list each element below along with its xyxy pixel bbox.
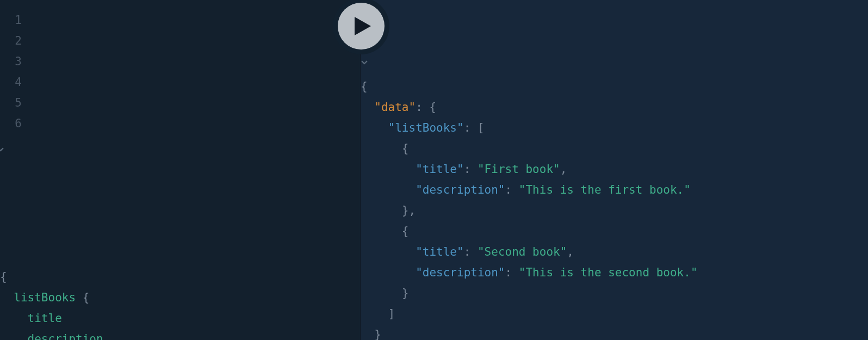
code-line: "data": { xyxy=(361,97,868,118)
code-line: ] xyxy=(361,304,868,324)
line-number: 6 xyxy=(0,113,28,134)
line-number-gutter: 1 2 3 4 5 6 xyxy=(0,5,28,134)
code-line: "description": "This is the first book." xyxy=(361,180,868,200)
code-line: }, xyxy=(361,200,868,221)
response-viewer[interactable]: { "data": { "listBooks": [ { "title": "F… xyxy=(361,72,868,340)
code-line: "description": "This is the second book.… xyxy=(361,262,868,283)
line-number: 1 xyxy=(0,10,28,30)
code-line: description xyxy=(0,329,360,340)
play-icon xyxy=(338,3,385,50)
code-line: listBooks { xyxy=(0,287,360,308)
code-line: title xyxy=(0,308,360,329)
code-line: "listBooks": [ xyxy=(361,118,868,138)
line-number: 2 xyxy=(0,30,28,51)
line-number: 3 xyxy=(0,51,28,72)
run-query-button[interactable] xyxy=(333,0,389,54)
query-editor-pane: 1 2 3 4 5 6 { listBooks { title descript… xyxy=(0,0,360,340)
code-line: } xyxy=(361,324,868,340)
code-line: { xyxy=(361,138,868,159)
graphql-playground: 1 2 3 4 5 6 { listBooks { title descript… xyxy=(0,0,868,340)
line-number: 4 xyxy=(0,72,28,92)
code-line: { xyxy=(0,267,360,287)
code-line: } xyxy=(361,283,868,304)
code-line: { xyxy=(361,221,868,242)
response-pane: { "data": { "listBooks": [ { "title": "F… xyxy=(360,0,868,340)
query-editor[interactable]: { listBooks { title description } } xyxy=(0,262,360,340)
code-line: "title": "Second book", xyxy=(361,242,868,262)
fold-toggle[interactable] xyxy=(0,138,11,159)
fold-toggle[interactable] xyxy=(364,51,376,72)
code-line: "title": "First book", xyxy=(361,159,868,180)
fold-gutter xyxy=(0,134,11,262)
code-line: { xyxy=(361,76,868,97)
line-number: 5 xyxy=(0,92,28,113)
